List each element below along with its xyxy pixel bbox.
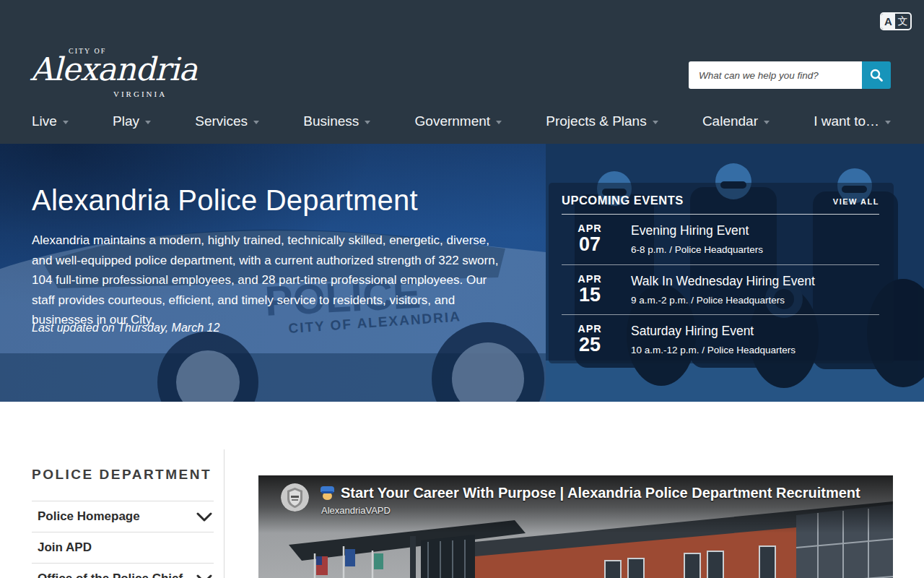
event-title[interactable]: Saturday Hiring Event xyxy=(631,324,796,339)
chevron-down-icon xyxy=(196,512,212,522)
event-meta: 9 a.m.-2 p.m. / Police Headquarters xyxy=(631,295,815,306)
channel-avatar[interactable] xyxy=(281,483,309,512)
translate-wen-icon: 文 xyxy=(895,14,910,29)
chevron-down-icon xyxy=(253,121,259,124)
events-heading: UPCOMING EVENTS xyxy=(562,194,684,207)
upcoming-events-panel: UPCOMING EVENTS VIEW ALL APR 07 Evening … xyxy=(549,183,894,363)
chevron-down-icon xyxy=(764,121,770,124)
youtube-video-embed[interactable]: Start Your Career With Purpose | Alexand… xyxy=(258,475,893,578)
events-header: UPCOMING EVENTS VIEW ALL xyxy=(562,194,879,215)
nav-item-projects-plans[interactable]: Projects & Plans xyxy=(546,113,658,129)
view-all-link[interactable]: VIEW ALL xyxy=(833,197,879,206)
translate-a-icon: A xyxy=(881,14,895,29)
hero-banner: POLICE CITY OF ALEXANDRIA Alexandria Pol… xyxy=(0,144,924,402)
site-header: A 文 CITY OF Alexandria VIRGINIA Live Pla… xyxy=(0,0,924,144)
event-row[interactable]: APR 25 Saturday Hiring Event 10 a.m.-12 … xyxy=(562,314,879,365)
nav-item-government[interactable]: Government xyxy=(415,113,502,129)
video-channel-name[interactable]: AlexandriaVAPD xyxy=(321,505,391,516)
nav-item-i-want-to[interactable]: I want to… xyxy=(814,113,891,129)
search-input[interactable] xyxy=(689,61,862,89)
last-updated: Last updated on Thursday, March 12 xyxy=(32,322,219,335)
sidebar-heading: POLICE DEPARTMENT xyxy=(32,467,212,483)
chevron-down-icon xyxy=(63,121,69,124)
logo-name: Alexandria xyxy=(30,53,197,85)
nav-item-business[interactable]: Business xyxy=(303,113,370,129)
event-date: APR 15 xyxy=(562,273,618,306)
event-title[interactable]: Walk In Wednesday Hiring Event xyxy=(631,274,815,289)
sidebar-item-police-homepage[interactable]: Police Homepage xyxy=(32,501,214,532)
sidebar-divider xyxy=(224,449,225,578)
search-button[interactable] xyxy=(862,61,891,89)
nav-item-calendar[interactable]: Calendar xyxy=(702,113,770,129)
event-row[interactable]: APR 15 Walk In Wednesday Hiring Event 9 … xyxy=(562,264,879,315)
main-nav: Live Play Services Business Government P… xyxy=(0,106,924,144)
event-date: APR 07 xyxy=(562,223,618,256)
sidebar-nav: Police Homepage Join APD Office of the P… xyxy=(32,501,214,578)
page-title: Alexandria Police Department xyxy=(32,184,418,217)
event-date: APR 25 xyxy=(562,323,618,356)
search-icon xyxy=(869,68,884,82)
event-title[interactable]: Evening Hiring Event xyxy=(631,223,763,238)
video-top-gradient xyxy=(258,475,893,533)
sidebar-item-join-apd[interactable]: Join APD xyxy=(32,532,214,563)
nav-item-play[interactable]: Play xyxy=(113,113,151,129)
page-description: Alexandria maintains a modern, highly tr… xyxy=(32,230,501,330)
chevron-down-icon xyxy=(365,121,370,124)
video-title[interactable]: Start Your Career With Purpose | Alexand… xyxy=(341,485,860,501)
event-row[interactable]: APR 07 Evening Hiring Event 6-8 p.m. / P… xyxy=(562,215,879,264)
city-logo[interactable]: CITY OF Alexandria VIRGINIA xyxy=(30,45,182,101)
video-title-row: Start Your Career With Purpose | Alexand… xyxy=(321,485,860,501)
chevron-down-icon xyxy=(653,121,658,124)
translate-button[interactable]: A 文 xyxy=(880,12,912,30)
chevron-down-icon xyxy=(496,121,502,124)
event-meta: 6-8 p.m. / Police Headquarters xyxy=(631,244,763,255)
event-meta: 10 a.m.-12 p.m. / Police Headquarters xyxy=(631,345,796,355)
chevron-down-icon xyxy=(885,121,891,124)
police-officer-emoji-icon xyxy=(321,486,334,500)
chevron-down-icon xyxy=(145,121,151,124)
nav-item-live[interactable]: Live xyxy=(32,113,69,129)
chevron-down-icon xyxy=(196,574,212,578)
logo-state: VIRGINIA xyxy=(113,90,167,98)
site-search xyxy=(689,61,891,89)
sidebar-item-office-of-police-chief[interactable]: Office of the Police Chief xyxy=(32,563,214,578)
nav-item-services[interactable]: Services xyxy=(195,113,259,129)
